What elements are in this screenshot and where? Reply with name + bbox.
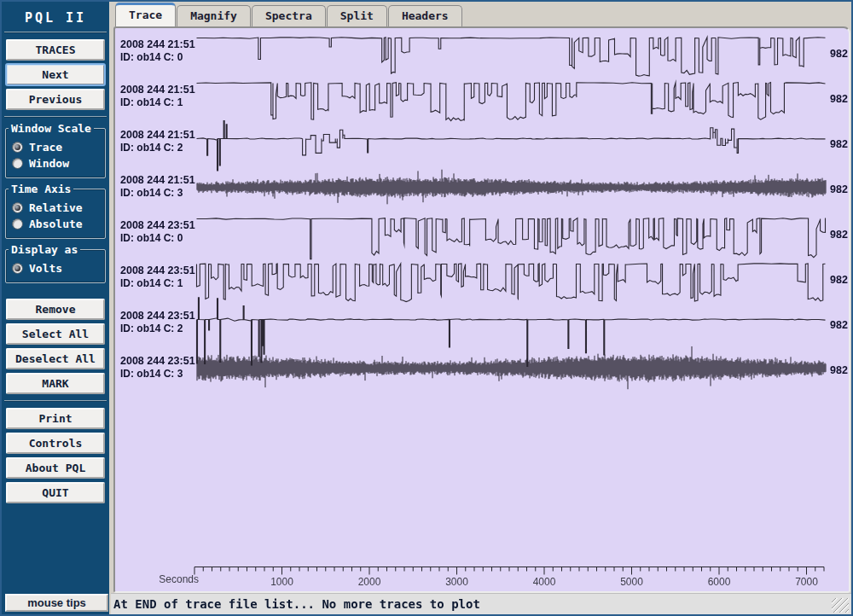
controls-button[interactable]: Controls xyxy=(6,433,105,454)
radio-relative-icon[interactable] xyxy=(12,202,23,213)
pql-window: PQL II TRACES Next Previous Window Scale… xyxy=(0,0,853,616)
traces-button[interactable]: TRACES xyxy=(6,39,105,61)
mouse-tips-button[interactable]: mouse tips xyxy=(5,594,108,612)
radio-window-label: Window xyxy=(29,157,69,170)
radio-relative-label: Relative xyxy=(29,201,83,214)
about-pql-button[interactable]: About PQL xyxy=(6,457,105,479)
radio-absolute-label: Absolute xyxy=(29,218,83,230)
radio-absolute-icon[interactable] xyxy=(12,218,23,230)
app-title: PQL II xyxy=(2,10,109,26)
previous-button[interactable]: Previous xyxy=(6,89,105,110)
next-button[interactable]: Next xyxy=(6,64,105,85)
radio-window-icon[interactable] xyxy=(12,158,23,169)
divider xyxy=(4,32,107,33)
radio-volts-icon[interactable] xyxy=(12,263,23,274)
radio-volts-label: Volts xyxy=(29,262,62,275)
sidebar: PQL II TRACES Next Previous Window Scale… xyxy=(2,2,109,614)
time-axis-group: Time Axis Relative Absolute xyxy=(5,189,106,239)
tab-spectra[interactable]: Spectra xyxy=(252,5,326,26)
tab-split[interactable]: Split xyxy=(327,5,387,26)
radio-window[interactable]: Window xyxy=(12,157,99,170)
quit-button[interactable]: QUIT xyxy=(6,482,105,503)
window-scale-group-label: Window Scale xyxy=(9,122,94,135)
select-all-button[interactable]: Select All xyxy=(6,323,105,345)
tab-headers[interactable]: Headers xyxy=(388,5,462,26)
radio-volts[interactable]: Volts xyxy=(12,262,99,275)
remove-button[interactable]: Remove xyxy=(6,299,105,320)
resize-grip-icon[interactable] xyxy=(832,598,849,613)
divider xyxy=(4,400,107,402)
radio-relative[interactable]: Relative xyxy=(12,201,99,214)
tab-trace[interactable]: Trace xyxy=(115,3,176,26)
mark-button[interactable]: MARK xyxy=(6,373,105,394)
status-bar: At END of trace file list... No more tra… xyxy=(111,593,851,614)
display-as-group-label: Display as xyxy=(9,243,80,256)
radio-trace-label: Trace xyxy=(29,141,62,154)
radio-absolute[interactable]: Absolute xyxy=(12,218,99,230)
radio-trace[interactable]: Trace xyxy=(12,141,99,154)
divider xyxy=(4,116,107,118)
time-axis-group-label: Time Axis xyxy=(9,183,73,195)
window-scale-group: Window Scale Trace Window xyxy=(5,128,106,178)
waveform-canvas[interactable] xyxy=(115,28,847,590)
print-button[interactable]: Print xyxy=(6,408,105,429)
trace-plot-area[interactable]: Seconds 2008 244 21:51ID: ob14 C: 098220… xyxy=(113,26,850,593)
display-as-group: Display as Volts xyxy=(5,249,106,283)
tab-magnify[interactable]: Magnify xyxy=(177,5,251,26)
deselect-all-button[interactable]: Deselect All xyxy=(6,348,105,369)
radio-trace-icon[interactable] xyxy=(12,142,23,153)
tab-bar: Trace Magnify Spectra Split Headers xyxy=(113,2,851,26)
